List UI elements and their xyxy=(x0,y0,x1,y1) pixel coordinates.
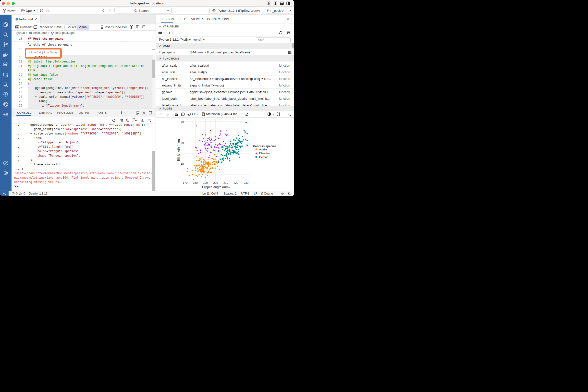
svg-text:170: 170 xyxy=(182,181,187,184)
svg-text:Chinstrap: Chinstrap xyxy=(259,152,271,154)
svg-text:Gentoo: Gentoo xyxy=(259,156,268,158)
svg-text:210: 210 xyxy=(223,181,228,184)
svg-text:230: 230 xyxy=(244,181,248,184)
svg-text:Bill length (mm): Bill length (mm) xyxy=(176,139,180,161)
svg-text:50: 50 xyxy=(180,141,184,144)
svg-text:200: 200 xyxy=(213,181,218,184)
svg-text:40: 40 xyxy=(180,163,184,166)
svg-text:190: 190 xyxy=(203,181,208,184)
svg-text:Adelie: Adelie xyxy=(259,148,267,151)
svg-text:60: 60 xyxy=(180,120,184,123)
svg-text:Penguin species: Penguin species xyxy=(253,144,276,148)
svg-text:180: 180 xyxy=(193,181,198,184)
svg-text:220: 220 xyxy=(234,181,238,184)
svg-text:Flipper length (mm): Flipper length (mm) xyxy=(202,185,230,189)
